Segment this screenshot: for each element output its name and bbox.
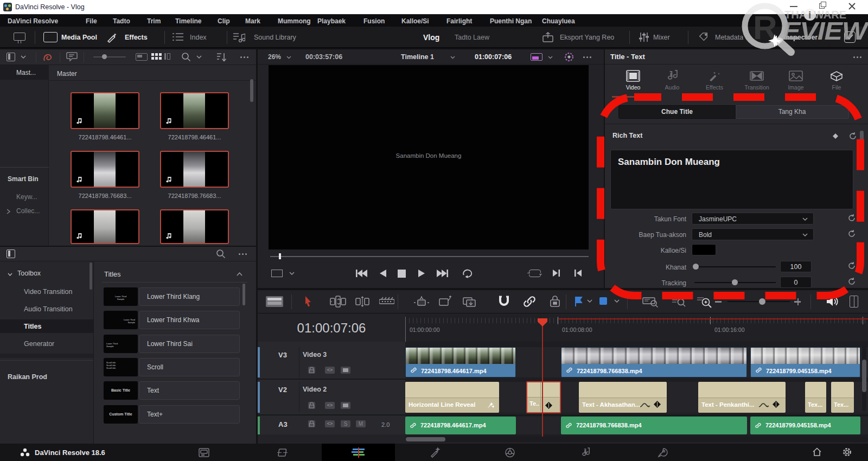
- svg-text:EVIEW: EVIEW: [782, 17, 868, 45]
